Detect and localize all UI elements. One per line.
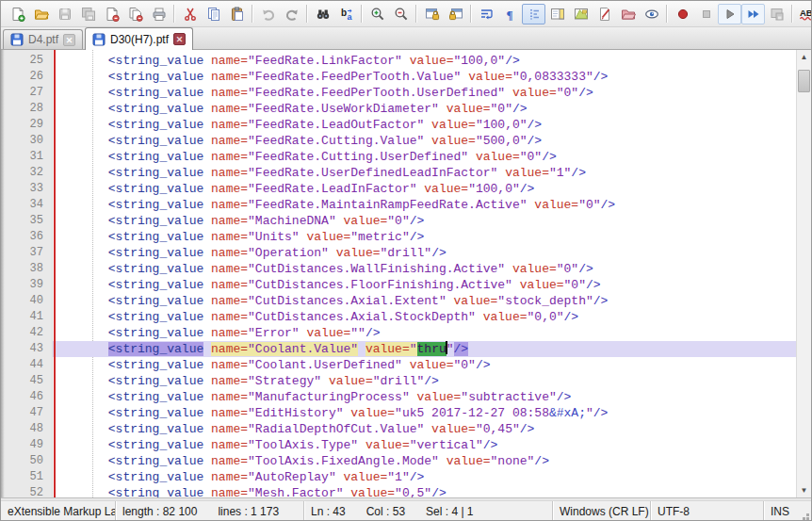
- save-all-button[interactable]: [76, 4, 100, 24]
- code-line[interactable]: 50 <string_value name="ToolAxis.FixedAng…: [1, 453, 796, 469]
- code-line[interactable]: 41 <string_value name="CutDistances.Axia…: [1, 309, 796, 325]
- open-file-button[interactable]: [29, 4, 53, 24]
- sync-vertical-scroll-button[interactable]: [420, 4, 444, 24]
- line-number[interactable]: 28: [1, 101, 53, 117]
- code-line[interactable]: 25 <string_value name="FeedRate.LinkFact…: [1, 53, 796, 69]
- code-line[interactable]: 48 <string_value name="RadialDepthOfCut.…: [1, 421, 796, 437]
- close-button[interactable]: [100, 4, 123, 24]
- macro-stop-button[interactable]: [694, 4, 718, 24]
- scroll-up-arrow-icon[interactable]: ▲: [797, 50, 811, 64]
- resize-grip-icon[interactable]: [806, 517, 809, 520]
- line-number[interactable]: 37: [1, 245, 53, 261]
- line-number[interactable]: 27: [1, 85, 53, 101]
- zoom-in-button[interactable]: [365, 4, 389, 24]
- line-number[interactable]: 31: [1, 149, 53, 165]
- document-map-button[interactable]: [545, 4, 569, 24]
- code-line[interactable]: 30 <string_value name="FeedRate.Cutting.…: [1, 133, 796, 149]
- code-line[interactable]: 29 <string_value name="FeedRate.LeadOutF…: [1, 117, 796, 133]
- line-number[interactable]: 26: [1, 69, 53, 85]
- code-line[interactable]: 42 <string_value name="Error" value=""/>: [1, 325, 796, 341]
- line-number[interactable]: 51: [1, 469, 53, 485]
- code-line[interactable]: 51 <string_value name="AutoReplay" value…: [1, 469, 796, 485]
- macro-play-button[interactable]: [718, 4, 741, 24]
- user-defined-language-button[interactable]: [593, 4, 616, 24]
- code-line[interactable]: 49 <string_value name="ToolAxis.Type" va…: [1, 437, 796, 453]
- code-line[interactable]: 46 <string_value name="ManufacturingProc…: [1, 389, 796, 405]
- copy-button[interactable]: [202, 4, 225, 24]
- print-button[interactable]: [147, 4, 171, 24]
- folder-as-workspace-button[interactable]: [616, 4, 640, 24]
- status-insert-mode[interactable]: INS: [764, 501, 811, 521]
- save-button[interactable]: [53, 4, 76, 24]
- code-line[interactable]: 43 <string_value name="Coolant.Value" va…: [1, 341, 796, 357]
- line-number[interactable]: 34: [1, 197, 53, 213]
- macro-run-multiple-button[interactable]: [741, 4, 765, 24]
- code-line[interactable]: 39 <string_value name="CutDistances.Floo…: [1, 277, 796, 293]
- tab-close-icon[interactable]: ✕: [63, 34, 75, 46]
- tab-d4-ptf[interactable]: D4.ptf ✕: [3, 29, 83, 49]
- line-number[interactable]: 49: [1, 437, 53, 453]
- line-number[interactable]: 50: [1, 453, 53, 469]
- cut-button[interactable]: [178, 4, 202, 24]
- code-line[interactable]: 31 <string_value name="FeedRate.Cutting.…: [1, 149, 796, 165]
- code-line[interactable]: 35 <string_value name="MachineDNA" value…: [1, 213, 796, 229]
- line-number[interactable]: 40: [1, 293, 53, 309]
- code-line[interactable]: 28 <string_value name="FeedRate.UseWorkD…: [1, 101, 796, 117]
- macro-save-button[interactable]: [765, 4, 788, 24]
- line-number[interactable]: 38: [1, 261, 53, 277]
- zoom-out-button[interactable]: [389, 4, 413, 24]
- line-number[interactable]: 42: [1, 325, 53, 341]
- macro-record-button[interactable]: [671, 4, 694, 24]
- line-number[interactable]: 44: [1, 357, 53, 373]
- code-line[interactable]: 26 <string_value name="FeedRate.FeedPerT…: [1, 69, 796, 85]
- undo-button[interactable]: [256, 4, 280, 24]
- line-number[interactable]: 36: [1, 229, 53, 245]
- code-line[interactable]: 52 <string_value name="Mesh.Factor" valu…: [1, 485, 796, 497]
- close-all-button[interactable]: [123, 4, 147, 24]
- code-line[interactable]: 33 <string_value name="FeedRate.LeadInFa…: [1, 181, 796, 197]
- code-line[interactable]: 32 <string_value name="FeedRate.UserDefi…: [1, 165, 796, 181]
- line-number[interactable]: 29: [1, 117, 53, 133]
- show-all-characters-button[interactable]: ¶: [498, 4, 522, 24]
- line-number[interactable]: 46: [1, 389, 53, 405]
- code-line[interactable]: 45 <string_value name="Strategy" value="…: [1, 373, 796, 389]
- find-button[interactable]: [311, 4, 334, 24]
- new-file-button[interactable]: [6, 4, 29, 24]
- line-number[interactable]: 35: [1, 213, 53, 229]
- code-line[interactable]: 36 <string_value name="Units" value="met…: [1, 229, 796, 245]
- indent-guide-button[interactable]: [522, 4, 545, 24]
- function-list-button[interactable]: [569, 4, 593, 24]
- tab-d30-h7-ptf[interactable]: D30(H7).ptf ✕: [85, 27, 193, 50]
- line-number[interactable]: 25: [1, 53, 53, 69]
- status-eol-format[interactable]: Windows (CR LF): [553, 501, 651, 521]
- line-number[interactable]: 39: [1, 277, 53, 293]
- paste-button[interactable]: [225, 4, 249, 24]
- line-number[interactable]: 52: [1, 485, 53, 497]
- line-number[interactable]: 43: [1, 341, 53, 357]
- tab-close-icon[interactable]: ✕: [173, 33, 186, 45]
- code-line[interactable]: 27 <string_value name="FeedRate.FeedPerT…: [1, 85, 796, 101]
- monitoring-button[interactable]: [640, 4, 663, 24]
- code-line[interactable]: 47 <string_value name="EditHistory" valu…: [1, 405, 796, 421]
- redo-button[interactable]: [280, 4, 303, 24]
- line-number[interactable]: 45: [1, 373, 53, 389]
- code-line[interactable]: 40 <string_value name="CutDistances.Axia…: [1, 293, 796, 309]
- line-number[interactable]: 32: [1, 165, 53, 181]
- replace-button[interactable]: ba: [334, 4, 358, 24]
- status-encoding[interactable]: UTF-8: [651, 501, 764, 521]
- line-number[interactable]: 47: [1, 405, 53, 421]
- spell-check-button[interactable]: ABC: [796, 4, 812, 24]
- code-line[interactable]: 37 <string_value name="Operation" value=…: [1, 245, 796, 261]
- editor-pane[interactable]: 25 <string_value name="FeedRate.LinkFact…: [1, 50, 811, 497]
- line-number[interactable]: 41: [1, 309, 53, 325]
- vertical-scrollbar[interactable]: ▲ ▼: [796, 50, 811, 497]
- code-line[interactable]: 44 <string_value name="Coolant.UserDefin…: [1, 357, 796, 373]
- word-wrap-button[interactable]: [475, 4, 498, 24]
- line-number[interactable]: 30: [1, 133, 53, 149]
- scroll-down-arrow-icon[interactable]: ▼: [797, 483, 811, 497]
- sync-horizontal-scroll-button[interactable]: [444, 4, 467, 24]
- line-number[interactable]: 48: [1, 421, 53, 437]
- code-line[interactable]: 38 <string_value name="CutDistances.Wall…: [1, 261, 796, 277]
- code-line[interactable]: 34 <string_value name="FeedRate.Maintain…: [1, 197, 796, 213]
- line-number[interactable]: 33: [1, 181, 53, 197]
